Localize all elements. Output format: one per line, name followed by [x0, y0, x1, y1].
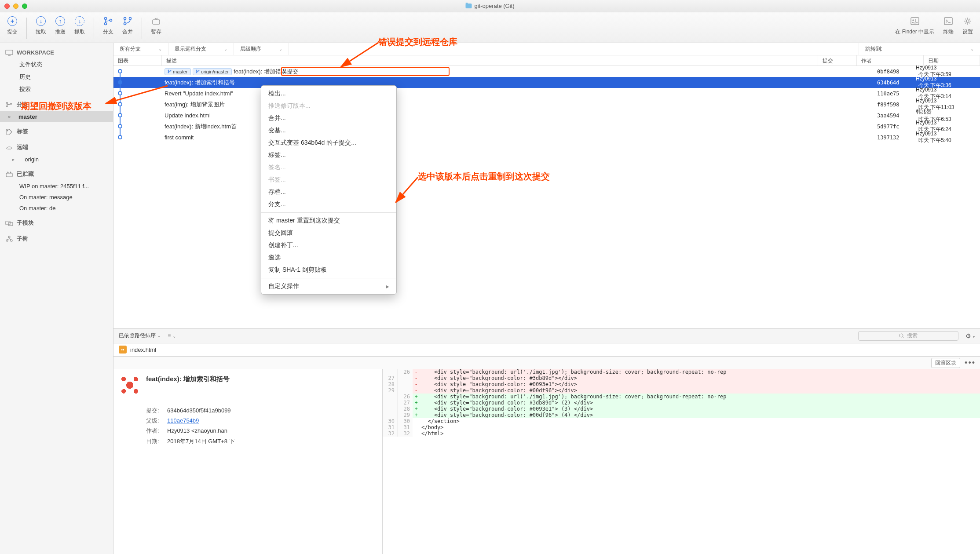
commit-row[interactable]: feat(index): 增加索引和括号 634b64d Hzy0913 今天 … [113, 77, 980, 88]
commit-row[interactable]: first commit 1397132 Hzy0913 昨天 下午5:40 [113, 132, 980, 143]
commit-row[interactable]: feat(img): 增加背景图片 f89f598 Hzy0913 昨天 下午1… [113, 99, 980, 110]
col-commit[interactable]: 提交 [818, 55, 857, 66]
commit-row[interactable]: Revert "Update index.html" 110ae75 Hzy09… [113, 88, 980, 99]
menu-patch[interactable]: 创建补丁... [261, 239, 396, 251]
svg-point-21 [8, 236, 10, 238]
diff-line: 3030 </section> [383, 418, 980, 424]
toolbar: + 提交 ↓ 拉取 ↑ 推送 ↓ 抓取 分支 合并 暂存 [0, 12, 980, 43]
commit-sha: f89f598 [874, 102, 913, 108]
col-desc[interactable]: 描述 [162, 55, 818, 66]
branch-tag[interactable]: master [165, 68, 191, 75]
commits-table-header: 图表 描述 提交 作者 日期 [113, 55, 980, 66]
close-window-button[interactable] [4, 4, 10, 9]
subtrees-header[interactable]: 子树 [0, 232, 113, 245]
commit-description: Update index.html [165, 112, 211, 119]
diff-line: 28+ <div style="background-color: #0093e… [383, 406, 980, 412]
sidebar-item-history[interactable]: 历史 [0, 71, 113, 83]
svg-point-13 [7, 106, 8, 107]
svg-point-4 [124, 23, 126, 25]
svg-point-0 [105, 18, 107, 20]
remotes-header[interactable]: 远端 [0, 141, 113, 154]
show-in-finder-button[interactable]: 在 Finder 中显示 [895, 16, 934, 41]
commit-row[interactable]: masterorigin/masterfeat(index): 增加错误提交 0… [113, 66, 980, 77]
rollback-hunk-button[interactable]: 回滚区块 [931, 358, 960, 368]
workspace-header[interactable]: WORKSPACE [0, 47, 113, 58]
filter-all-branches[interactable]: 所有分支⌄ [113, 43, 168, 55]
menu-tag[interactable]: 标签... [261, 149, 396, 161]
push-button[interactable]: ↑ 推送 [55, 16, 66, 41]
col-author[interactable]: 作者 [857, 55, 924, 66]
sidebar-item-origin[interactable]: ▸ origin [0, 154, 113, 165]
view-mode-button[interactable]: ≡ ⌄ [168, 333, 176, 339]
window-controls [4, 4, 27, 9]
merge-button[interactable]: 合并 [122, 16, 133, 41]
sidebar-item-search[interactable]: 搜索 [0, 83, 113, 95]
branch-button[interactable]: 分支 [103, 16, 113, 41]
svg-rect-6 [153, 20, 160, 24]
stashed-header[interactable]: 已贮藏 [0, 168, 113, 181]
settings-button[interactable]: 设置 [962, 16, 973, 41]
commit-sha: 5d977fc [874, 124, 913, 130]
file-toolbar: 回滚区块 ••• [113, 357, 980, 369]
menu-rebase-interactive[interactable]: 交互式变基 634b64d 的子提交... [261, 137, 396, 149]
svg-point-8 [913, 20, 914, 21]
commit-row[interactable]: Update index.html 3aa4594 韩兆赟 昨天 下午6:53 [113, 110, 980, 121]
parent-link[interactable]: 110ae754b9 [167, 417, 199, 424]
sidebar-item-file-status[interactable]: 文件状态 [0, 58, 113, 71]
file-row[interactable]: •• index.html [113, 343, 980, 357]
terminal-button[interactable]: 终端 [943, 16, 954, 41]
menu-revert[interactable]: 提交回滚 [261, 227, 396, 239]
svg-point-2 [110, 19, 112, 22]
commit-sha: 1397132 [874, 135, 913, 141]
branches-header[interactable]: 分支 [0, 98, 113, 111]
diff-line: 28- <div style="background-color: #0093e… [383, 381, 980, 387]
sidebar-stash-3[interactable]: On master: de [0, 203, 113, 214]
submodules-header[interactable]: 子模块 [0, 216, 113, 230]
tags-header[interactable]: 标签 [0, 125, 113, 138]
menu-copy-sha[interactable]: 复制 SHA-1 到剪贴板 [261, 264, 396, 276]
commit-row[interactable]: feat(index): 新增index.htm首 5d977fc Hzy091… [113, 121, 980, 132]
menu-custom[interactable]: 自定义操作▶ [261, 280, 396, 292]
menu-archive[interactable]: 存档... [261, 186, 396, 198]
filter-order[interactable]: 层级顺序⌄ [234, 43, 289, 55]
menu-branch[interactable]: 分支... [261, 198, 396, 211]
stash-button[interactable]: 暂存 [151, 16, 161, 41]
col-date[interactable]: 日期 [924, 55, 980, 66]
menu-checkout[interactable]: 检出... [261, 87, 396, 100]
pull-button[interactable]: ↓ 拉取 [36, 16, 46, 41]
svg-point-1 [105, 23, 107, 25]
mid-toolbar: 已依照路径排序 ⌄ ≡ ⌄ 搜索 ⚙ ▾ [113, 328, 980, 343]
branch-tag[interactable]: origin/master [193, 68, 232, 75]
gear-icon[interactable]: ⚙ ▾ [965, 332, 975, 339]
minimize-window-button[interactable] [13, 4, 18, 9]
commit-button[interactable]: + 提交 [7, 16, 18, 41]
menu-cherry[interactable]: 遴选 [261, 251, 396, 264]
commit-detail-title: feat(index): 增加索引和括号 [146, 375, 376, 383]
search-input[interactable]: 搜索 [858, 331, 958, 341]
commit-description: feat(index): 增加错误提交 [234, 68, 298, 76]
menu-reset[interactable]: 将 master 重置到这次提交 [261, 215, 396, 227]
more-options-icon[interactable]: ••• [965, 358, 976, 368]
svg-point-14 [11, 103, 12, 105]
titlebar: git-operate (Git) [0, 0, 980, 12]
filter-show-remote[interactable]: 显示远程分支⌄ [168, 43, 234, 55]
filter-jump[interactable]: 跳转到:⌄ [859, 43, 980, 55]
col-graph[interactable]: 图表 [113, 55, 162, 66]
diff-line: 29- <div style="background-color: #00df9… [383, 387, 980, 394]
sidebar-stash-1[interactable]: WIP on master: 2455f11 f... [0, 181, 113, 192]
commit-date: 2018年7月14日 GMT+8 下 [167, 438, 235, 445]
fetch-button[interactable]: ↓ 抓取 [74, 16, 85, 41]
sidebar-item-master[interactable]: ○master [0, 111, 113, 122]
commit-description: first commit [165, 134, 194, 141]
commit-author: Hzy0913 <zhaoyun.han [167, 427, 227, 434]
svg-rect-9 [944, 18, 952, 25]
commit-sha: 110ae75 [874, 91, 913, 97]
file-name: index.html [130, 346, 156, 353]
sidebar-stash-2[interactable]: On master: message [0, 192, 113, 203]
menu-merge[interactable]: 合并... [261, 112, 396, 124]
svg-point-18 [10, 172, 11, 173]
svg-point-22 [6, 240, 8, 241]
sort-dropdown[interactable]: 已依照路径排序 ⌄ [119, 332, 161, 339]
maximize-window-button[interactable] [22, 4, 27, 9]
menu-rebase[interactable]: 变基... [261, 124, 396, 137]
